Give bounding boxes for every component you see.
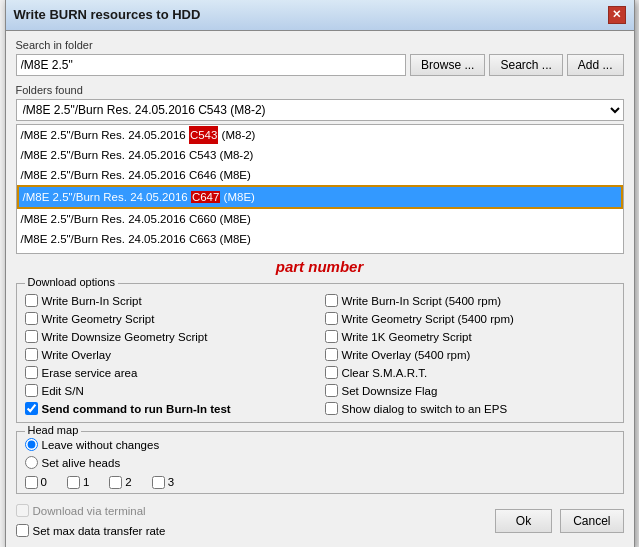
radio-leave-input[interactable] (25, 438, 38, 451)
cancel-button[interactable]: Cancel (560, 509, 623, 533)
label-download-terminal: Download via terminal (33, 502, 146, 520)
list-item[interactable]: /M8E 2.5"/Burn Res. 24.05.2016 C646 (M8E… (17, 165, 623, 185)
checkbox-erase-svc[interactable] (25, 366, 38, 379)
head-3-label: 3 (168, 476, 174, 488)
label-write-ov-5400: Write Overlay (5400 rpm) (342, 346, 471, 364)
label-show-dialog: Show dialog to switch to an EPS (342, 400, 508, 418)
option-download-terminal: Download via terminal (16, 502, 166, 520)
label-max-transfer: Set max data transfer rate (33, 522, 166, 540)
list-item[interactable]: /M8E 2.5"/Burn Res. 24.05.2016 C663 (M8E… (17, 229, 623, 249)
list-item[interactable]: /M8E 2.5"/Burn Res. 24.05.2016 C543 (M8-… (17, 145, 623, 165)
checkbox-edit-sn[interactable] (25, 384, 38, 397)
head-map-group: Head map Leave without changes Set alive… (16, 431, 624, 494)
option-write-geo-5400: Write Geometry Script (5400 rpm) (325, 310, 615, 328)
write-burn-dialog: Write BURN resources to HDD ✕ Search in … (5, 0, 635, 547)
download-options-group: Download options Write Burn-In Script Wr… (16, 283, 624, 423)
head-1-label: 1 (83, 476, 89, 488)
checkbox-write-ov-5400[interactable] (325, 348, 338, 361)
bottom-right: Ok Cancel (495, 509, 624, 533)
ok-button[interactable]: Ok (495, 509, 552, 533)
list-item[interactable]: /M8E 2.5"/Burn Res. 24.05.2016 C543 (M8-… (17, 125, 623, 145)
head-check-1: 1 (67, 476, 89, 489)
checkbox-write-ov[interactable] (25, 348, 38, 361)
radio-row: Leave without changes Set alive heads (25, 436, 615, 472)
option-erase-svc: Erase service area (25, 364, 315, 382)
checkbox-head-0[interactable] (25, 476, 38, 489)
option-clear-smart: Clear S.M.A.R.T. (325, 364, 615, 382)
list-item[interactable]: /M8E 2.5"/Burn Res. 24.05.2016 C660 (M8E… (17, 209, 623, 229)
download-options-label: Download options (25, 276, 118, 288)
checkbox-write-down[interactable] (25, 330, 38, 343)
option-write-down: Write Downsize Geometry Script (25, 328, 315, 346)
head-0-label: 0 (41, 476, 47, 488)
radio-alive-input[interactable] (25, 456, 38, 469)
folders-combo[interactable]: /M8E 2.5"/Burn Res. 24.05.2016 C543 (M8-… (16, 99, 624, 121)
dialog-body: Search in folder Browse ... Search ... A… (6, 31, 634, 548)
checkbox-set-down[interactable] (325, 384, 338, 397)
option-send-cmd: Send command to run Burn-In test (25, 400, 315, 418)
browse-button[interactable]: Browse ... (410, 54, 485, 76)
head-2-label: 2 (125, 476, 131, 488)
head-check-0: 0 (25, 476, 47, 489)
folders-list[interactable]: /M8E 2.5"/Burn Res. 24.05.2016 C543 (M8-… (16, 124, 624, 254)
checkbox-write-1k[interactable] (325, 330, 338, 343)
checkbox-clear-smart[interactable] (325, 366, 338, 379)
left-options: Write Burn-In Script Write Geometry Scri… (25, 292, 315, 418)
checkbox-download-terminal[interactable] (16, 504, 29, 517)
folders-section: Folders found /M8E 2.5"/Burn Res. 24.05.… (16, 84, 624, 275)
search-row: Browse ... Search ... Add ... (16, 54, 624, 76)
option-write-ov-5400: Write Overlay (5400 rpm) (325, 346, 615, 364)
option-write-ov: Write Overlay (25, 346, 315, 364)
label-write-down: Write Downsize Geometry Script (42, 328, 208, 346)
search-input[interactable] (16, 54, 407, 76)
checkbox-head-2[interactable] (109, 476, 122, 489)
label-write-geo-5400: Write Geometry Script (5400 rpm) (342, 310, 514, 328)
checkbox-write-geo-5400[interactable] (325, 312, 338, 325)
label-write-burn: Write Burn-In Script (42, 292, 142, 310)
search-button[interactable]: Search ... (489, 54, 562, 76)
checkbox-show-dialog[interactable] (325, 402, 338, 415)
checkbox-max-transfer[interactable] (16, 524, 29, 537)
folders-label: Folders found (16, 84, 624, 96)
search-label: Search in folder (16, 39, 624, 51)
option-set-down: Set Downsize Flag (325, 382, 615, 400)
list-item[interactable]: /M8E 2.5"/Burn Res. 24.05.2016 C710 (M8E… (17, 249, 623, 254)
bottom-left: Download via terminal Set max data trans… (16, 502, 166, 540)
option-write-1k: Write 1K Geometry Script (325, 328, 615, 346)
head-check-2: 2 (109, 476, 131, 489)
label-set-down: Set Downsize Flag (342, 382, 438, 400)
folders-dropdown[interactable]: /M8E 2.5"/Burn Res. 24.05.2016 C543 (M8-… (16, 99, 624, 121)
add-button[interactable]: Add ... (567, 54, 624, 76)
close-button[interactable]: ✕ (608, 6, 626, 24)
radio-leave-label: Leave without changes (42, 436, 160, 454)
dialog-title: Write BURN resources to HDD (14, 7, 201, 22)
right-options: Write Burn-In Script (5400 rpm) Write Ge… (325, 292, 615, 418)
checkbox-write-burn-5400[interactable] (325, 294, 338, 307)
label-write-geo: Write Geometry Script (42, 310, 155, 328)
title-bar: Write BURN resources to HDD ✕ (6, 0, 634, 31)
checkbox-head-1[interactable] (67, 476, 80, 489)
head-map-label: Head map (25, 424, 82, 436)
head-check-3: 3 (152, 476, 174, 489)
radio-leave: Leave without changes (25, 436, 615, 454)
checkbox-head-3[interactable] (152, 476, 165, 489)
option-write-burn-5400: Write Burn-In Script (5400 rpm) (325, 292, 615, 310)
option-write-geo: Write Geometry Script (25, 310, 315, 328)
radio-alive: Set alive heads (25, 454, 615, 472)
checkbox-write-burn[interactable] (25, 294, 38, 307)
label-clear-smart: Clear S.M.A.R.T. (342, 364, 428, 382)
list-item-selected[interactable]: /M8E 2.5"/Burn Res. 24.05.2016 C647 (M8E… (17, 185, 623, 209)
radio-alive-label: Set alive heads (42, 454, 121, 472)
label-write-burn-5400: Write Burn-In Script (5400 rpm) (342, 292, 502, 310)
head-checkboxes: 0 1 2 3 (25, 476, 615, 489)
checkbox-write-geo[interactable] (25, 312, 38, 325)
part-number-label: part number (16, 258, 624, 275)
checkbox-send-cmd[interactable] (25, 402, 38, 415)
label-write-ov: Write Overlay (42, 346, 111, 364)
label-edit-sn: Edit S/N (42, 382, 84, 400)
option-edit-sn: Edit S/N (25, 382, 315, 400)
option-show-dialog: Show dialog to switch to an EPS (325, 400, 615, 418)
label-erase-svc: Erase service area (42, 364, 138, 382)
bottom-row: Download via terminal Set max data trans… (16, 502, 624, 540)
options-grid: Write Burn-In Script Write Geometry Scri… (25, 292, 615, 418)
